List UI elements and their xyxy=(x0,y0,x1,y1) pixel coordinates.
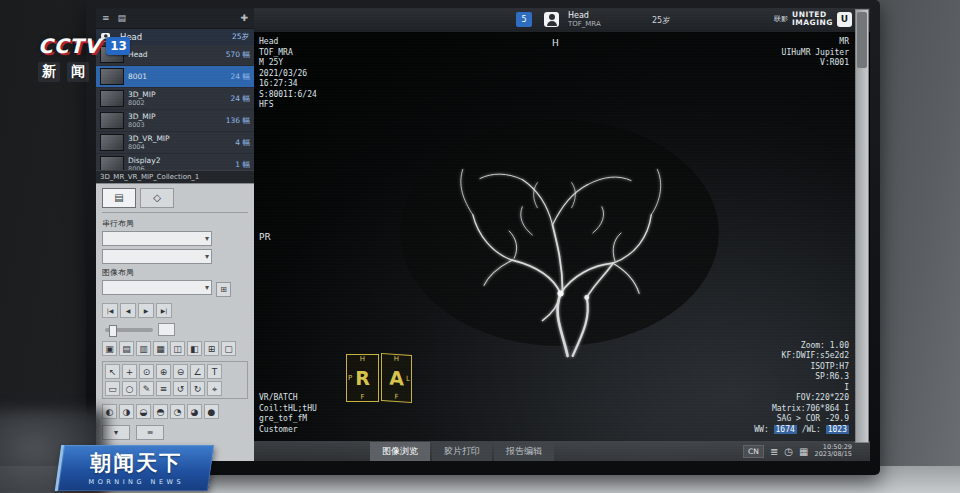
topbar-protocol: TOF_MRA xyxy=(568,20,601,29)
orientation-cube-face-r: H P R F xyxy=(346,354,379,402)
scrollbar-handle[interactable] xyxy=(857,12,867,68)
tool-icon[interactable]: ◫ xyxy=(170,341,185,356)
vendor-logo-line2: IMAGING xyxy=(792,19,833,27)
tool-icon[interactable]: ∠ xyxy=(190,364,205,379)
overlay-text-line: MR xyxy=(782,37,849,48)
grid-icon[interactable]: ▦ xyxy=(799,446,808,457)
overlay-text-line: 16:27:34 xyxy=(259,79,317,90)
tool-icon[interactable]: ◑ xyxy=(119,404,134,419)
tab-2d[interactable]: ▤ xyxy=(102,188,136,208)
collection-row[interactable]: 3D_MR_VR_MIP_Collection_1 xyxy=(96,170,254,183)
tool-icon[interactable]: ◕ xyxy=(187,404,202,419)
overlay-sequence-info: VR/BATCHCoil:tHL;tHUgre_tof_fMCustomer xyxy=(259,393,317,435)
overlay-text-line: gre_tof_fM xyxy=(259,414,317,425)
cine-speed-slider[interactable] xyxy=(105,328,153,332)
image-layout-select[interactable]: ▾ xyxy=(102,280,212,295)
tool-icon[interactable]: ≡ xyxy=(156,381,171,396)
tool-icon[interactable]: ◒ xyxy=(136,404,151,419)
orientation-cube[interactable]: H P R F H L A F xyxy=(346,354,412,402)
add-icon[interactable]: ✚ xyxy=(240,13,248,23)
orientation-marker-top: H xyxy=(552,38,559,48)
queue-badge[interactable]: 5 xyxy=(516,12,532,27)
series-item[interactable]: 3D_MIP 8003 136 幅 xyxy=(96,110,254,132)
patient-age: 25岁 xyxy=(232,32,249,42)
tool-icon[interactable]: ✎ xyxy=(139,381,154,396)
taskbar-tab[interactable]: 报告编辑 xyxy=(494,442,554,461)
overlay-technique-info: Zoom: 1.00KF:DWIF:s5e2d2ISOTP:H7SP:R6.3I… xyxy=(754,341,849,436)
tool-icon[interactable]: ⌖ xyxy=(207,381,222,396)
language-toggle[interactable]: CN xyxy=(743,445,764,458)
taskbar-tab[interactable]: 图像浏览 xyxy=(370,442,430,461)
wl-value[interactable]: 1023 xyxy=(826,425,849,434)
cine-button[interactable]: |◀ xyxy=(102,303,118,318)
series-number: 8003 xyxy=(128,121,156,129)
channel-logo: CCTV 13 新 闻 xyxy=(38,34,130,82)
topbar-patient-name: Head xyxy=(568,11,601,20)
overlay-text-line: I xyxy=(754,383,849,394)
layout-icon[interactable]: ▤ xyxy=(118,13,127,23)
extra-tool-row: ◐◑◒◓◔◕● xyxy=(102,404,248,419)
tool-icon[interactable]: + xyxy=(122,364,137,379)
overlay-text-line: S:8001I:6/24 xyxy=(259,90,317,101)
tool-icon[interactable]: T xyxy=(207,364,222,379)
tool-icon[interactable]: ◧ xyxy=(187,341,202,356)
overlay-text-line: M 25Y xyxy=(259,58,317,69)
chevron-down-icon: ▾ xyxy=(205,281,209,294)
tool-icon[interactable]: ○ xyxy=(122,381,137,396)
serial-layout-select-1[interactable]: ▾ xyxy=(102,231,212,246)
cine-button[interactable]: ▶| xyxy=(156,303,172,318)
tool-icon[interactable]: ▥ xyxy=(136,341,151,356)
tool-icon[interactable]: ▭ xyxy=(105,381,120,396)
tool-icon[interactable]: ⊕ xyxy=(156,364,171,379)
tool-icon[interactable]: ◓ xyxy=(153,404,168,419)
tool-icon[interactable]: ↻ xyxy=(190,381,205,396)
tool-icon[interactable]: ▦ xyxy=(153,341,168,356)
series-item[interactable]: 3D_VR_MIP 8004 4 幅 xyxy=(96,132,254,154)
chevron-down-icon: ▾ xyxy=(205,250,209,263)
tool-icon[interactable]: ↖ xyxy=(105,364,120,379)
series-image-count: 24 幅 xyxy=(231,72,250,82)
ww-label: WW: xyxy=(754,425,768,434)
tool-icon[interactable]: ↺ xyxy=(173,381,188,396)
vendor-logo-cn: 联影 xyxy=(774,14,788,24)
cine-button[interactable]: ▶ xyxy=(138,303,154,318)
clock-icon[interactable]: ◷ xyxy=(784,446,793,457)
tool-icon[interactable]: ◔ xyxy=(170,404,185,419)
tool-icon[interactable]: ● xyxy=(204,404,219,419)
series-item[interactable]: 3D_MIP 8002 24 幅 xyxy=(96,88,254,110)
clock-display: 10:50:29 2023/08/15 xyxy=(815,444,852,458)
slider-handle[interactable] xyxy=(109,325,117,337)
ww-value[interactable]: 1674 xyxy=(774,425,797,434)
taskbar-tab[interactable]: 胶片打印 xyxy=(432,442,492,461)
series-image-count: 24 幅 xyxy=(231,94,250,104)
list-icon[interactable]: ≣ xyxy=(770,446,778,457)
wl-label: /WL: xyxy=(802,425,821,434)
overlay-text-line: Head xyxy=(259,37,317,48)
tool-palette: ▤ ◇ 串行布局 ▾ ▾ 图像布局 ▾ ⊞ |◀◀▶▶| xyxy=(96,183,254,461)
tool-icon[interactable]: ▣ xyxy=(102,341,117,356)
serial-layout-select-2[interactable]: ▾ xyxy=(102,249,212,264)
cine-speed-value[interactable] xyxy=(158,323,175,336)
tab-3d[interactable]: ◇ xyxy=(140,188,174,208)
chevron-down-icon: ▾ xyxy=(205,232,209,245)
palette-footer-button[interactable]: ▾ xyxy=(102,425,130,440)
tool-icon[interactable]: ⊖ xyxy=(173,364,188,379)
overlay-text-line: Customer xyxy=(259,425,317,436)
series-name: Display2 xyxy=(128,157,160,165)
channel-number-badge: 13 xyxy=(106,37,130,55)
overlay-text-line: VR/BATCH xyxy=(259,393,317,404)
app-taskbar: 图像浏览胶片打印报告编辑 CN ≣ ◷ ▦ 10:50:29 2023/08/1… xyxy=(254,441,870,461)
cine-button[interactable]: ◀ xyxy=(120,303,136,318)
layout-grid-button[interactable]: ⊞ xyxy=(216,282,231,297)
overlay-text-line: ISOTP:H7 xyxy=(754,362,849,373)
orientation-marker-left: PR xyxy=(259,232,271,242)
menu-icon[interactable]: ≡ xyxy=(102,13,110,23)
tool-icon[interactable]: ⊙ xyxy=(139,364,154,379)
image-viewer[interactable]: H PR HeadTOF_MRAM 25Y2021/03/2616:27:34S… xyxy=(254,32,857,441)
tool-icon[interactable]: ▢ xyxy=(221,341,236,356)
palette-footer-button[interactable]: ≡ xyxy=(136,425,164,440)
series-name: 3D_MIP xyxy=(128,113,156,121)
tool-icon[interactable]: ⊞ xyxy=(204,341,219,356)
tool-icon[interactable]: ▤ xyxy=(119,341,134,356)
viewer-scrollbar[interactable] xyxy=(855,9,869,443)
